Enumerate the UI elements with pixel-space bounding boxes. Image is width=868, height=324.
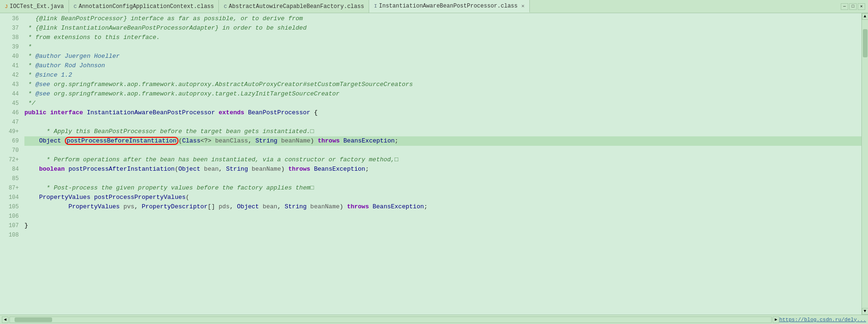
line-number-19: 104 <box>0 193 19 202</box>
h-scroll-thumb[interactable] <box>15 317 52 322</box>
code-line-20: PropertyValues pvs, PropertyDescriptor[]… <box>24 202 861 212</box>
scroll-left-arrow[interactable]: ◀ <box>2 316 8 323</box>
horizontal-scrollbar[interactable] <box>9 316 772 323</box>
line-number-18: 87+ <box>0 183 19 193</box>
code-line-9: */ <box>24 99 861 108</box>
scroll-up-arrow[interactable]: ▲ <box>862 13 868 20</box>
code-line-15: * Perform operations after the bean has … <box>24 155 861 165</box>
line-number-9: 45 <box>0 99 19 108</box>
code-line-17 <box>24 174 861 183</box>
bottom-bar: ◀ ▶ https://blog.csdn.ru/dely... <box>0 315 868 324</box>
scroll-down-arrow[interactable]: ▼ <box>862 308 868 315</box>
maximize-button[interactable]: □ <box>849 3 857 10</box>
code-line-13: Object postProcessBeforeInstantiation(Cl… <box>24 136 861 146</box>
code-line-7: * @see org.springframework.aop.framework… <box>24 80 861 89</box>
code-line-6: * @since 1.2 <box>24 71 861 80</box>
code-line-1: * {@link InstantiationAwareBeanPostProce… <box>24 24 861 33</box>
tab-instantiation-aware[interactable]: IInstantiationAwareBeanPostProcessor.cla… <box>369 0 529 13</box>
line-numbers: 36373839404142434445464749+697072+848587… <box>0 13 23 315</box>
line-number-11: 47 <box>0 118 19 127</box>
code-line-10: public interface InstantiationAwareBeanP… <box>24 108 861 118</box>
line-number-23: 108 <box>0 230 19 240</box>
code-line-16: boolean postProcessAfterInstantiation(Ob… <box>24 165 861 174</box>
line-number-2: 38 <box>0 33 19 42</box>
line-number-0: 36 <box>0 14 19 24</box>
code-line-14 <box>24 146 861 155</box>
code-content[interactable]: {@link BeanPostProcessor} interface as f… <box>23 13 861 315</box>
code-line-18: * Post-process the given property values… <box>24 183 861 193</box>
status-link[interactable]: https://blog.csdn.ru/dely... <box>779 317 866 323</box>
line-number-22: 107 <box>0 221 19 230</box>
line-number-17: 85 <box>0 174 19 183</box>
code-line-19: PropertyValues postProcessPropertyValues… <box>24 193 861 202</box>
close-button[interactable]: ✕ <box>858 3 865 10</box>
line-number-21: 106 <box>0 212 19 221</box>
editor-container: JIOCTest_Ext.javaCAnnotationConfigApplic… <box>0 0 868 324</box>
code-line-8: * @see org.springframework.aop.framework… <box>24 89 861 99</box>
line-number-16: 84 <box>0 165 19 174</box>
tab-icon-ioc-test: J <box>5 4 8 9</box>
tab-icon-annotation-config: C <box>74 4 77 9</box>
tab-ioc-test[interactable]: JIOCTest_Ext.java <box>0 0 69 13</box>
tab-icon-abstract-autowire: C <box>224 4 227 9</box>
tab-icon-instantiation-aware: I <box>374 3 377 9</box>
code-line-23 <box>24 230 861 240</box>
code-line-21 <box>24 212 861 221</box>
line-number-14: 70 <box>0 146 19 155</box>
tab-label-annotation-config: AnnotationConfigApplicationContext.class <box>78 3 214 10</box>
tab-bar: JIOCTest_Ext.javaCAnnotationConfigApplic… <box>0 0 868 13</box>
line-number-10: 46 <box>0 108 19 118</box>
tab-label-instantiation-aware: InstantiationAwareBeanPostProcessor.clas… <box>379 3 518 9</box>
line-number-7: 43 <box>0 80 19 89</box>
tab-label-ioc-test: IOCTest_Ext.java <box>10 3 64 10</box>
line-number-13: 69 <box>0 136 19 146</box>
line-number-3: 39 <box>0 42 19 52</box>
code-line-22: } <box>24 221 861 230</box>
line-number-1: 37 <box>0 24 19 33</box>
code-line-4: * @author Juergen Hoeller <box>24 52 861 61</box>
scroll-right-arrow[interactable]: ▶ <box>773 316 779 323</box>
line-number-5: 41 <box>0 61 19 71</box>
line-number-12: 49+ <box>0 127 19 136</box>
line-number-4: 40 <box>0 52 19 61</box>
code-line-3: * <box>24 42 861 52</box>
minimize-button[interactable]: — <box>841 3 848 10</box>
scroll-thumb[interactable] <box>863 29 868 57</box>
tab-abstract-autowire[interactable]: CAbstractAutowireCapableBeanFactory.clas… <box>219 0 369 13</box>
line-number-8: 44 <box>0 89 19 99</box>
tab-close-instantiation-aware[interactable]: ✕ <box>521 3 525 9</box>
tab-annotation-config[interactable]: CAnnotationConfigApplicationContext.clas… <box>69 0 219 13</box>
window-controls: — □ ✕ <box>838 0 868 13</box>
tab-label-abstract-autowire: AbstractAutowireCapableBeanFactory.class <box>229 3 364 10</box>
code-line-12: * Apply this BeanPostProcessor before th… <box>24 127 861 136</box>
vertical-scrollbar[interactable]: ▲ ▼ <box>861 13 868 315</box>
line-number-15: 72+ <box>0 155 19 165</box>
code-line-2: * from extensions to this interface. <box>24 33 861 42</box>
code-line-0: {@link BeanPostProcessor} interface as f… <box>24 14 861 24</box>
line-number-6: 42 <box>0 71 19 80</box>
line-number-20: 105 <box>0 202 19 212</box>
code-line-11 <box>24 118 861 127</box>
code-line-5: * @author Rod Johnson <box>24 61 861 71</box>
code-area: 36373839404142434445464749+697072+848587… <box>0 13 868 315</box>
